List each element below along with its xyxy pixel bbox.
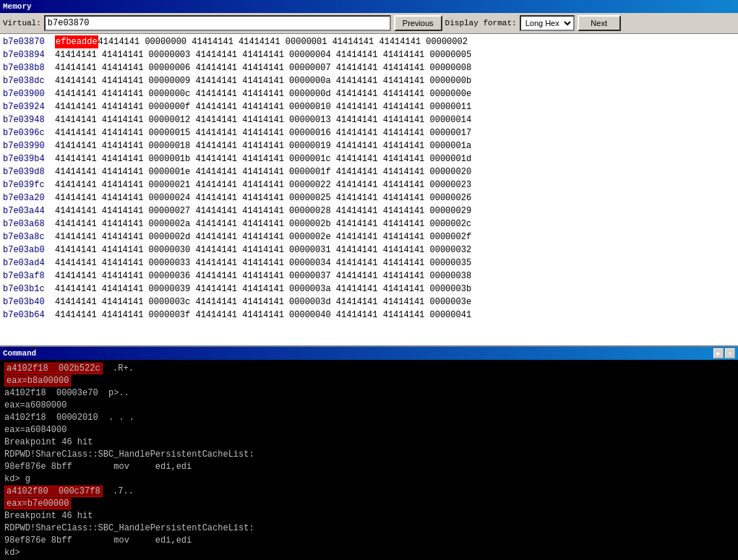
display-format-select[interactable]: Long Hex	[520, 15, 575, 31]
mem-values: 41414141 41414141 0000002d 41414141 4141…	[55, 231, 471, 244]
cmd-line: 98ef876e 8bff mov edi,edi	[4, 461, 734, 473]
memory-row: b7e03a20 41414141 41414141 00000024 4141…	[3, 191, 735, 204]
mem-addr: b7e03af8	[3, 270, 55, 283]
memory-row: b7e03ad4 41414141 41414141 00000033 4141…	[3, 257, 735, 270]
memory-title-bar: Memory	[0, 0, 738, 13]
mem-addr: b7e038b8	[3, 61, 55, 74]
previous-button[interactable]: Previous	[394, 15, 442, 31]
mem-addr: b7e03990	[3, 139, 55, 152]
mem-values: 41414141 41414141 0000001b 41414141 4141…	[55, 152, 471, 165]
memory-row: b7e039fc 41414141 41414141 00000021 4141…	[3, 178, 735, 191]
command-content: a4102f18 002b522c .R+.eax=b8a00000a4102f…	[0, 360, 738, 560]
memory-row: b7e03948 41414141 41414141 00000012 4141…	[3, 113, 735, 126]
mem-addr: b7e03870	[3, 35, 55, 48]
mem-values: 41414141 41414141 0000002a 41414141 4141…	[55, 217, 471, 231]
mem-addr: b7e03a44	[3, 204, 55, 217]
memory-row: b7e03990 41414141 41414141 00000018 4141…	[3, 139, 735, 152]
mem-values: 41414141 41414141 00000030 41414141 4141…	[55, 244, 471, 257]
cmd-line: eax=a6080000	[4, 400, 734, 412]
memory-row: b7e03a8c 41414141 41414141 0000002d 4141…	[3, 231, 735, 244]
memory-row: b7e038b8 41414141 41414141 00000006 4141…	[3, 61, 735, 74]
cmd-line: a4102f18 00003e70 p>..	[4, 387, 734, 400]
cmd-line: RDPWD!ShareClass::SBC_HandlePersistentCa…	[4, 522, 734, 535]
mem-values: 41414141 41414141 00000006 41414141 4141…	[55, 61, 471, 74]
cmd-line: eax=a6084000	[4, 424, 734, 436]
mem-addr: b7e03b40	[3, 296, 55, 309]
mem-addr: b7e0396c	[3, 126, 55, 139]
mem-addr: b7e03a68	[3, 217, 55, 231]
cmd-line: a4102f80 000c37f8 .7..	[4, 486, 734, 498]
mem-values: 41414141 41414141 0000003c 41414141 4141…	[55, 296, 471, 309]
memory-row: b7e039d8 41414141 41414141 0000001e 4141…	[3, 165, 735, 178]
mem-addr: b7e039fc	[3, 178, 55, 191]
mem-addr: b7e03948	[3, 113, 55, 126]
command-title: Command	[3, 349, 36, 358]
memory-row: b7e03a68 41414141 41414141 0000002a 4141…	[3, 217, 735, 231]
terminal-icon-btn[interactable]: ▶	[713, 348, 724, 358]
virtual-input[interactable]	[44, 15, 391, 31]
mem-values: 41414141 41414141 00000021 41414141 4141…	[55, 178, 471, 191]
cmd-line: kd>	[4, 547, 734, 559]
cmd-highlighted-line: eax=b7e00000	[4, 498, 71, 509]
mem-addr: b7e03924	[3, 100, 55, 113]
memory-row: b7e03af8 41414141 41414141 00000036 4141…	[3, 270, 735, 283]
mem-values: 41414141 41414141 00000024 41414141 4141…	[55, 191, 471, 204]
command-title-bar: Command ▶ ✕	[0, 347, 738, 360]
mem-values: 41414141 41414141 00000039 41414141 4141…	[55, 283, 471, 296]
memory-content: b7e03870 efbeadde 41414141 00000000 4141…	[0, 34, 738, 345]
mem-addr: b7e03a20	[3, 191, 55, 204]
mem-values: 41414141 41414141 00000003 41414141 4141…	[55, 48, 471, 61]
mem-addr: b7e039b4	[3, 152, 55, 165]
memory-row: b7e03924 41414141 41414141 0000000f 4141…	[3, 100, 735, 113]
mem-values: 41414141 41414141 0000000c 41414141 4141…	[55, 87, 471, 100]
mem-addr: b7e03900	[3, 87, 55, 100]
mem-addr: b7e03ad4	[3, 257, 55, 270]
memory-row: b7e03b64 41414141 41414141 0000003f 4141…	[3, 309, 735, 322]
mem-values: 41414141 00000000 41414141 41414141 0000…	[98, 35, 468, 48]
cmd-line: kd> g	[4, 473, 734, 486]
cmd-line: 98ef876e 8bff mov edi,edi	[4, 535, 734, 547]
grid-icon	[32, 2, 40, 11]
next-button[interactable]: Next	[578, 15, 621, 31]
cmd-line: Breakpoint 46 hit	[4, 436, 734, 449]
mem-values: 41414141 41414141 0000001e 41414141 4141…	[55, 165, 471, 178]
cmd-highlighted-line: a4102f80 000c37f8	[4, 486, 103, 497]
mem-values: 41414141 41414141 00000033 41414141 4141…	[55, 257, 471, 270]
command-title-icons: ▶ ✕	[713, 348, 735, 358]
cmd-line: eax=b8a00000	[4, 375, 734, 387]
cmd-highlighted-line: a4102f18 002b522c	[4, 363, 103, 374]
mem-highlighted-value: efbeadde	[55, 35, 98, 48]
close-icon-btn[interactable]: ✕	[725, 348, 735, 358]
mem-addr: b7e03894	[3, 48, 55, 61]
memory-row: b7e03900 41414141 41414141 0000000c 4141…	[3, 87, 735, 100]
virtual-label: Virtual:	[3, 19, 41, 27]
memory-row: b7e03ab0 41414141 41414141 00000030 4141…	[3, 244, 735, 257]
memory-row: b7e03894 41414141 41414141 00000003 4141…	[3, 48, 735, 61]
memory-row: b7e038dc 41414141 41414141 00000009 4141…	[3, 74, 735, 87]
cmd-line: a4102f18 00002010 . . .	[4, 412, 734, 424]
mem-addr: b7e03a8c	[3, 231, 55, 244]
cmd-line: Breakpoint 46 hit	[4, 510, 734, 522]
mem-addr: b7e03b64	[3, 309, 55, 322]
cmd-line: a4102f18 002b522c .R+.	[4, 363, 734, 375]
mem-addr: b7e038dc	[3, 74, 55, 87]
mem-values: 41414141 41414141 00000009 41414141 4141…	[55, 74, 471, 87]
cmd-highlighted-line: eax=b8a00000	[4, 375, 71, 387]
memory-row: b7e03b1c 41414141 41414141 00000039 4141…	[3, 283, 735, 296]
mem-values: 41414141 41414141 00000018 41414141 4141…	[55, 139, 471, 152]
mem-values: 41414141 41414141 0000000f 41414141 4141…	[55, 100, 471, 113]
memory-row: b7e039b4 41414141 41414141 0000001b 4141…	[3, 152, 735, 165]
mem-values: 41414141 41414141 00000015 41414141 4141…	[55, 126, 471, 139]
cmd-line: RDPWD!ShareClass::SBC_HandlePersistentCa…	[4, 449, 734, 461]
mem-addr: b7e03ab0	[3, 244, 55, 257]
memory-toolbar: Virtual: Previous Display format: Long H…	[0, 13, 738, 34]
mem-addr: b7e039d8	[3, 165, 55, 178]
mem-values: 41414141 41414141 00000027 41414141 4141…	[55, 204, 471, 217]
cmd-line: eax=b7e00000	[4, 498, 734, 510]
memory-row: b7e03870 efbeadde 41414141 00000000 4141…	[3, 35, 735, 48]
memory-title: Memory	[3, 2, 32, 11]
memory-row: b7e03b40 41414141 41414141 0000003c 4141…	[3, 296, 735, 309]
command-panel: Command ▶ ✕ a4102f18 002b522c .R+.eax=b8…	[0, 347, 738, 560]
mem-values: 41414141 41414141 00000036 41414141 4141…	[55, 270, 471, 283]
display-format-label: Display format:	[445, 19, 517, 27]
